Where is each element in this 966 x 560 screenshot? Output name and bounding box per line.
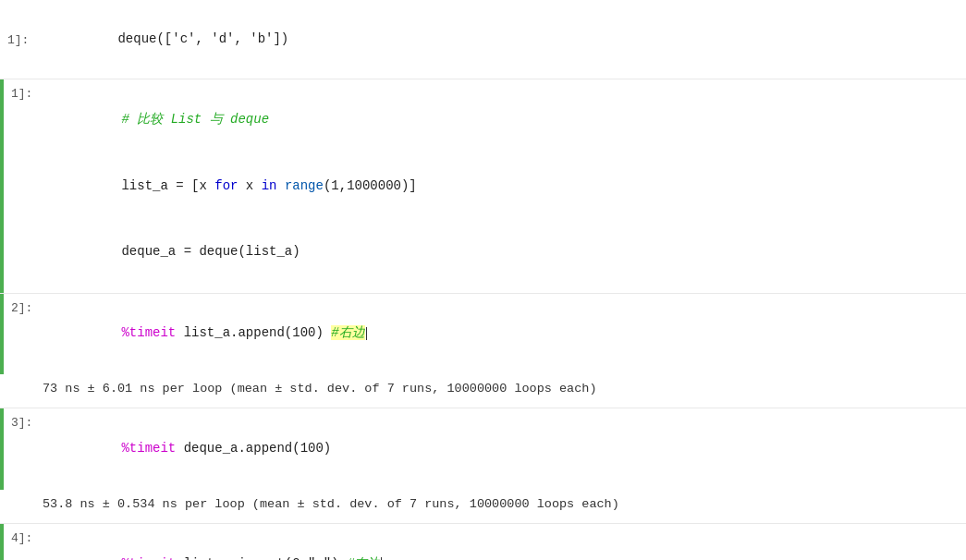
cell-4-input: 4]: %timeit list_a.insert(0,"a") #左边 bbox=[0, 524, 966, 560]
cell-1-code[interactable]: # 比较 List 与 deque list_a = [x for x in r… bbox=[40, 85, 966, 286]
cell-2-code[interactable]: %timeit list_a.append(100) #右边 bbox=[40, 299, 966, 369]
cell-3-input: 3]: %timeit deque_a.append(100) bbox=[0, 408, 966, 489]
cell-4-label: 4]: bbox=[4, 530, 40, 560]
cell-2-label: 2]: bbox=[4, 299, 40, 369]
code-line-6: %timeit list_a.insert(0,"a") #左边 bbox=[43, 531, 962, 560]
cell-4-code[interactable]: %timeit list_a.insert(0,"a") #左边 bbox=[40, 530, 966, 560]
cell-2-output: 73 ns ± 6.01 ns per loop (mean ± std. de… bbox=[0, 374, 966, 408]
cell-top-label: 1]: bbox=[0, 31, 36, 47]
notebook-container: 1]: deque(['c', 'd', 'b']) 1]: # 比较 List… bbox=[0, 0, 966, 560]
cell-2: 2]: %timeit list_a.append(100) #右边 73 ns… bbox=[0, 294, 966, 409]
cell-3-label: 3]: bbox=[4, 414, 40, 483]
cell-3: 3]: %timeit deque_a.append(100) 53.8 ns … bbox=[0, 408, 966, 524]
cell-2-input: 2]: %timeit list_a.append(100) #右边 bbox=[0, 294, 966, 374]
cell-4: 4]: %timeit list_a.insert(0,"a") #左边 79.… bbox=[0, 524, 966, 560]
cell-1-input: 1]: # 比较 List 与 deque list_a = [x for x … bbox=[0, 79, 966, 292]
cell-3-output: 53.8 ns ± 0.534 ns per loop (mean ± std.… bbox=[0, 490, 966, 523]
output-2-text: 73 ns ± 6.01 ns per loop (mean ± std. de… bbox=[43, 382, 597, 396]
cell-1-label: 1]: bbox=[4, 85, 40, 286]
code-line-1: # 比较 List 与 deque bbox=[43, 87, 962, 152]
code-line-5: %timeit deque_a.append(100) bbox=[43, 416, 962, 481]
code-line: deque(['c', 'd', 'b']) bbox=[40, 6, 962, 72]
code-line-3: deque_a = deque(list_a) bbox=[43, 219, 962, 285]
cell-top-partial: 1]: deque(['c', 'd', 'b']) bbox=[0, 0, 966, 79]
code-line-4: %timeit list_a.append(100) #右边 bbox=[43, 301, 962, 367]
cell-1: 1]: # 比较 List 与 deque list_a = [x for x … bbox=[0, 79, 966, 293]
cell-top-code: deque(['c', 'd', 'b']) bbox=[36, 5, 966, 74]
code-line-2: list_a = [x for x in range(1,1000000)] bbox=[43, 153, 962, 219]
output-3-text: 53.8 ns ± 0.534 ns per loop (mean ± std.… bbox=[43, 497, 619, 511]
cell-3-code[interactable]: %timeit deque_a.append(100) bbox=[40, 414, 966, 483]
